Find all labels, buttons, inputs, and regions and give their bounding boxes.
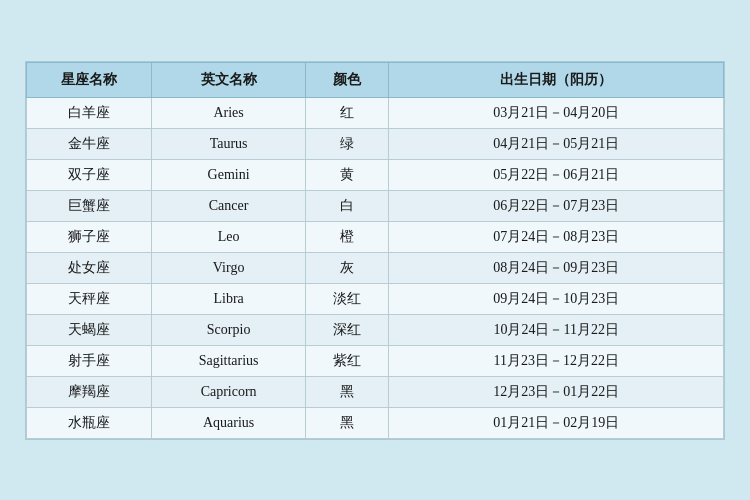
cell-zodiac-date: 04月21日－05月21日: [389, 128, 724, 159]
cell-zodiac-color: 淡红: [305, 283, 389, 314]
cell-zodiac-english: Sagittarius: [152, 345, 305, 376]
table-row: 水瓶座Aquarius黑01月21日－02月19日: [27, 407, 724, 438]
cell-zodiac-name: 处女座: [27, 252, 152, 283]
cell-zodiac-date: 06月22日－07月23日: [389, 190, 724, 221]
cell-zodiac-date: 10月24日－11月22日: [389, 314, 724, 345]
cell-zodiac-color: 白: [305, 190, 389, 221]
cell-zodiac-name: 白羊座: [27, 97, 152, 128]
cell-zodiac-color: 灰: [305, 252, 389, 283]
cell-zodiac-date: 11月23日－12月22日: [389, 345, 724, 376]
cell-zodiac-color: 黑: [305, 376, 389, 407]
header-english: 英文名称: [152, 62, 305, 97]
header-date: 出生日期（阳历）: [389, 62, 724, 97]
cell-zodiac-english: Scorpio: [152, 314, 305, 345]
cell-zodiac-color: 紫红: [305, 345, 389, 376]
table-row: 摩羯座Capricorn黑12月23日－01月22日: [27, 376, 724, 407]
cell-zodiac-name: 天秤座: [27, 283, 152, 314]
cell-zodiac-english: Virgo: [152, 252, 305, 283]
cell-zodiac-date: 05月22日－06月21日: [389, 159, 724, 190]
cell-zodiac-name: 摩羯座: [27, 376, 152, 407]
cell-zodiac-color: 黄: [305, 159, 389, 190]
cell-zodiac-date: 07月24日－08月23日: [389, 221, 724, 252]
cell-zodiac-name: 金牛座: [27, 128, 152, 159]
cell-zodiac-english: Cancer: [152, 190, 305, 221]
cell-zodiac-name: 天蝎座: [27, 314, 152, 345]
cell-zodiac-english: Leo: [152, 221, 305, 252]
cell-zodiac-name: 射手座: [27, 345, 152, 376]
cell-zodiac-name: 水瓶座: [27, 407, 152, 438]
cell-zodiac-english: Aquarius: [152, 407, 305, 438]
table-row: 金牛座Taurus绿04月21日－05月21日: [27, 128, 724, 159]
cell-zodiac-color: 橙: [305, 221, 389, 252]
zodiac-table: 星座名称 英文名称 颜色 出生日期（阳历） 白羊座Aries红03月21日－04…: [26, 62, 724, 439]
table-row: 天秤座Libra淡红09月24日－10月23日: [27, 283, 724, 314]
cell-zodiac-date: 03月21日－04月20日: [389, 97, 724, 128]
cell-zodiac-date: 12月23日－01月22日: [389, 376, 724, 407]
cell-zodiac-color: 红: [305, 97, 389, 128]
cell-zodiac-english: Capricorn: [152, 376, 305, 407]
cell-zodiac-name: 双子座: [27, 159, 152, 190]
cell-zodiac-name: 巨蟹座: [27, 190, 152, 221]
cell-zodiac-date: 01月21日－02月19日: [389, 407, 724, 438]
header-name: 星座名称: [27, 62, 152, 97]
cell-zodiac-english: Gemini: [152, 159, 305, 190]
cell-zodiac-color: 绿: [305, 128, 389, 159]
cell-zodiac-english: Aries: [152, 97, 305, 128]
cell-zodiac-color: 黑: [305, 407, 389, 438]
table-row: 巨蟹座Cancer白06月22日－07月23日: [27, 190, 724, 221]
table-row: 处女座Virgo灰08月24日－09月23日: [27, 252, 724, 283]
cell-zodiac-english: Libra: [152, 283, 305, 314]
cell-zodiac-date: 08月24日－09月23日: [389, 252, 724, 283]
table-row: 天蝎座Scorpio深红10月24日－11月22日: [27, 314, 724, 345]
table-row: 白羊座Aries红03月21日－04月20日: [27, 97, 724, 128]
table-header-row: 星座名称 英文名称 颜色 出生日期（阳历）: [27, 62, 724, 97]
cell-zodiac-english: Taurus: [152, 128, 305, 159]
zodiac-table-container: 星座名称 英文名称 颜色 出生日期（阳历） 白羊座Aries红03月21日－04…: [25, 61, 725, 440]
table-row: 狮子座Leo橙07月24日－08月23日: [27, 221, 724, 252]
cell-zodiac-name: 狮子座: [27, 221, 152, 252]
table-row: 双子座Gemini黄05月22日－06月21日: [27, 159, 724, 190]
header-color: 颜色: [305, 62, 389, 97]
cell-zodiac-date: 09月24日－10月23日: [389, 283, 724, 314]
table-row: 射手座Sagittarius紫红11月23日－12月22日: [27, 345, 724, 376]
cell-zodiac-color: 深红: [305, 314, 389, 345]
